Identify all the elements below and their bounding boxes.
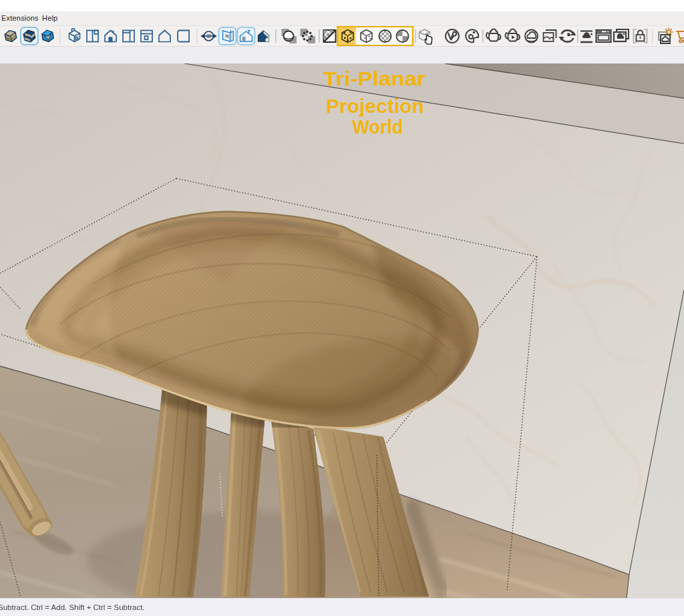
svg-text:Projection: Projection: [326, 96, 424, 117]
svg-text:Tri-Planar: Tri-Planar: [323, 68, 425, 90]
svg-text:World: World: [352, 116, 403, 138]
